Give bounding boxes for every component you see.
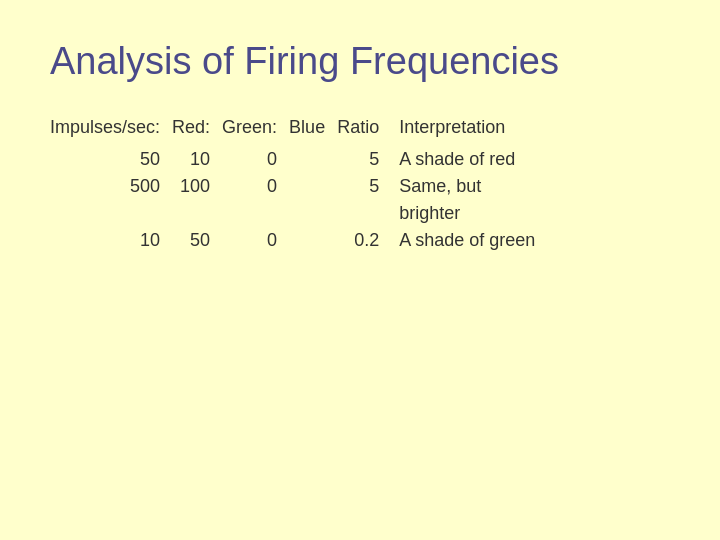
- table-row: brighter: [50, 200, 547, 227]
- cell-green-2: 0: [222, 173, 289, 200]
- cell-red-1: 10: [172, 146, 222, 173]
- page-title: Analysis of Firing Frequencies: [50, 40, 670, 83]
- cell-blue-4: [289, 227, 337, 254]
- cell-ratio-4: 0.2: [337, 227, 391, 254]
- header-green: Green:: [222, 113, 289, 146]
- cell-interpretation-4: A shade of green: [391, 227, 547, 254]
- cell-ratio-2: 5: [337, 173, 391, 200]
- cell-ratio-3: [337, 200, 391, 227]
- cell-green-1: 0: [222, 146, 289, 173]
- table-header-row: Impulses/sec: Red: Green: Blue Ratio Int…: [50, 113, 547, 146]
- data-table: Impulses/sec: Red: Green: Blue Ratio Int…: [50, 113, 547, 254]
- header-impulses: Impulses/sec:: [50, 113, 172, 146]
- cell-green-4: 0: [222, 227, 289, 254]
- cell-red-2: 100: [172, 173, 222, 200]
- main-page: Analysis of Firing Frequencies Impulses/…: [0, 0, 720, 540]
- cell-ratio-1: 5: [337, 146, 391, 173]
- header-red: Red:: [172, 113, 222, 146]
- header-blue: Blue: [289, 113, 337, 146]
- cell-impulses-4: 10: [50, 227, 172, 254]
- cell-impulses-1: 50: [50, 146, 172, 173]
- cell-green-3: [222, 200, 289, 227]
- cell-impulses-3: [50, 200, 172, 227]
- cell-impulses-2: 500: [50, 173, 172, 200]
- cell-blue-3: [289, 200, 337, 227]
- cell-red-4: 50: [172, 227, 222, 254]
- cell-interpretation-2: Same, but: [391, 173, 547, 200]
- cell-blue-1: [289, 146, 337, 173]
- cell-red-3: [172, 200, 222, 227]
- header-ratio: Ratio: [337, 113, 391, 146]
- header-interpretation: Interpretation: [391, 113, 547, 146]
- table-row: 50 10 0 5 A shade of red: [50, 146, 547, 173]
- cell-blue-2: [289, 173, 337, 200]
- cell-interpretation-3: brighter: [391, 200, 547, 227]
- cell-interpretation-1: A shade of red: [391, 146, 547, 173]
- table-container: Impulses/sec: Red: Green: Blue Ratio Int…: [50, 113, 670, 254]
- table-row: 500 100 0 5 Same, but: [50, 173, 547, 200]
- table-row: 10 50 0 0.2 A shade of green: [50, 227, 547, 254]
